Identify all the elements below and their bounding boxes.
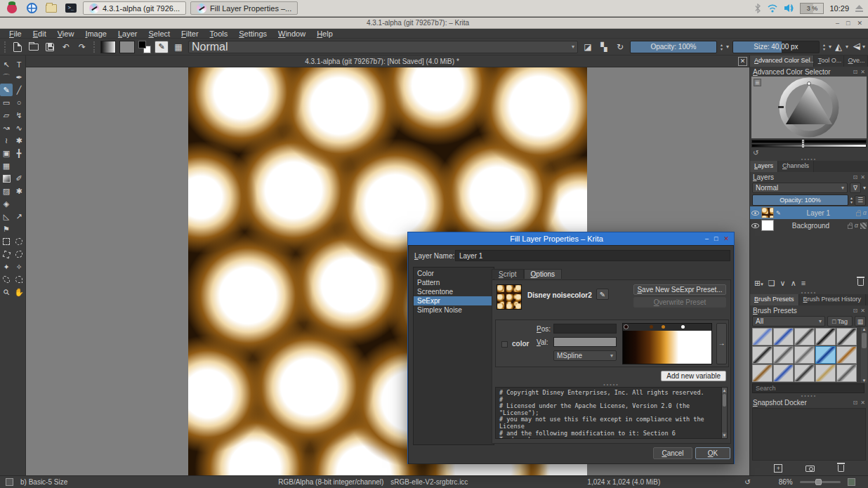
layer-properties-button[interactable]: ☰ <box>855 195 866 206</box>
generator-seexpr[interactable]: SeExpr <box>414 296 494 305</box>
tool-select-shapes[interactable]: ↖ <box>0 58 13 71</box>
close-docker-icon[interactable]: ✕ <box>860 69 865 75</box>
menu-view[interactable]: View <box>53 29 79 38</box>
redo-button[interactable]: ↷ <box>76 41 88 53</box>
layer-opacity-spinner[interactable]: ▴▾ <box>850 196 853 204</box>
tool-similar-color-selection[interactable]: ✦ <box>0 261 13 273</box>
tab-tool-options[interactable]: Tool O... <box>814 55 844 67</box>
size-spinner[interactable]: ▴▾ <box>823 43 825 51</box>
tab-channels[interactable]: Channels <box>778 161 814 172</box>
tool-fill[interactable]: ◈ <box>0 197 13 210</box>
canvas-only-mode-icon[interactable] <box>848 478 855 486</box>
preset-view-mode-button[interactable]: ▥ <box>855 316 866 327</box>
wifi-icon[interactable] <box>767 4 778 13</box>
menu-settings[interactable]: Settings <box>234 29 272 38</box>
tool-reference-images[interactable]: ⚑ <box>0 223 13 235</box>
ok-button[interactable]: OK <box>695 447 730 459</box>
ramp-stop[interactable] <box>681 325 685 329</box>
alpha-lock-icon[interactable]: α <box>855 222 858 229</box>
layer-thumbnail[interactable] <box>761 220 774 231</box>
menu-filter[interactable]: Filter <box>176 29 203 38</box>
scroll-down-icon[interactable]: ▼ <box>862 378 867 383</box>
script-preview[interactable]: # Copyright Disney Enterprises, Inc. All… <box>495 387 723 439</box>
opacity-options-caret[interactable]: ▾ <box>726 44 729 50</box>
tool-ellipse[interactable]: ○ <box>13 96 25 109</box>
move-layer-down-button[interactable]: ∨ <box>780 279 786 288</box>
tool-dynamic-brush[interactable]: ≀ <box>0 134 13 147</box>
delete-layer-button[interactable] <box>857 279 864 287</box>
move-layer-up-button[interactable]: ∧ <box>791 279 796 288</box>
tool-contiguous-selection[interactable]: ✧ <box>13 261 25 273</box>
menu-layer[interactable]: Layer <box>113 29 143 38</box>
brush-preset-thumbnail[interactable] <box>773 328 794 345</box>
preset-filter-dropdown[interactable]: All▾ <box>752 316 825 327</box>
tool-polygon[interactable]: ▱ <box>0 109 13 121</box>
snapshot-list[interactable] <box>752 408 866 461</box>
menu-file[interactable]: File <box>4 29 27 38</box>
tool-text[interactable]: T <box>13 58 25 71</box>
dialog-close-icon[interactable]: ✕ <box>723 235 729 242</box>
zoom-slider[interactable] <box>800 481 841 483</box>
tab-layers[interactable]: Layers <box>750 161 778 172</box>
close-docker-icon[interactable]: ✕ <box>860 400 865 406</box>
menu-tools[interactable]: Tools <box>205 29 233 38</box>
open-document-button[interactable] <box>27 41 40 53</box>
brush-preset-thumbnail[interactable] <box>752 346 772 364</box>
preserve-alpha-button[interactable]: ▚ <box>598 41 610 53</box>
browser-icon[interactable] <box>24 1 39 15</box>
layer-blending-mode-dropdown[interactable]: Normal▾ <box>752 183 848 193</box>
brush-preset-thumbnail-selected[interactable] <box>815 346 836 364</box>
dialog-minimize-icon[interactable]: – <box>705 235 709 242</box>
lightness-strip[interactable] <box>751 144 867 147</box>
brush-preset-thumbnail[interactable] <box>773 364 794 382</box>
alpha-lock-icon[interactable]: α <box>863 209 867 216</box>
inherit-alpha-icon[interactable] <box>860 223 867 229</box>
cancel-button[interactable]: Cancel <box>653 447 692 459</box>
blending-mode-dropdown[interactable]: Normal▾ <box>188 41 578 53</box>
scroll-up-icon[interactable]: ▲ <box>722 388 727 393</box>
size-options-caret[interactable]: ▾ <box>829 44 831 50</box>
close-docker-icon[interactable]: ✕ <box>860 174 865 180</box>
preset-scrollbar[interactable]: ▲ ▼ <box>861 327 867 383</box>
menu-edit[interactable]: Edit <box>28 29 51 38</box>
menu-window[interactable]: Window <box>273 29 310 38</box>
brush-preset-thumbnail[interactable] <box>773 346 794 364</box>
close-icon[interactable]: ✕ <box>857 20 862 27</box>
cpu-monitor[interactable]: 3 % <box>800 3 824 14</box>
preset-search-input[interactable] <box>752 383 864 393</box>
layer-row-layer1[interactable]: ✎ Layer 1 α <box>750 206 868 219</box>
tool-multibrush[interactable]: ✱ <box>13 134 25 147</box>
variable-checkbox[interactable] <box>501 341 508 348</box>
brush-presets-popup-button[interactable]: ▦ <box>172 41 185 53</box>
tool-edit-shapes[interactable]: ⌒ <box>0 71 13 84</box>
layer-properties-icon[interactable]: ≡ <box>801 279 805 287</box>
tool-transform[interactable]: ▣ <box>0 147 13 159</box>
tool-measure[interactable]: ◺ <box>0 210 13 223</box>
foreground-background-colors[interactable] <box>138 41 151 53</box>
bluetooth-icon[interactable] <box>754 4 761 13</box>
scrollbar-thumb[interactable] <box>862 333 867 348</box>
brush-preset-thumbnail[interactable] <box>836 364 857 382</box>
memory-icon[interactable]: ↺ <box>744 478 750 486</box>
script-scrollbar[interactable]: ▲ ▼ <box>721 387 728 439</box>
undo-button[interactable]: ↶ <box>60 41 72 53</box>
generator-simplex-noise[interactable]: Simplex Noise <box>414 305 494 315</box>
float-docker-icon[interactable]: ⊡ <box>853 400 858 406</box>
color-history-icon[interactable]: ↺ <box>753 149 758 157</box>
tool-calligraphy[interactable]: ✒ <box>13 71 25 84</box>
tool-gradient[interactable] <box>0 172 13 185</box>
file-manager-icon[interactable] <box>44 1 59 15</box>
expand-variable-button[interactable]: → <box>716 323 727 364</box>
volume-icon[interactable] <box>784 4 794 13</box>
value-strip[interactable] <box>751 140 867 143</box>
eraser-mode-button[interactable]: ◪ <box>581 41 594 53</box>
image-dimensions[interactable]: 1,024 x 1,024 (4.0 MiB) <box>587 478 660 486</box>
ramp-stop[interactable] <box>650 325 653 329</box>
generator-pattern[interactable]: Pattern <box>414 278 494 287</box>
brush-preset-thumbnail[interactable] <box>815 364 836 382</box>
save-new-preset-button[interactable]: Save New SeExpr Preset... <box>633 284 726 295</box>
brush-preset-thumbnail[interactable] <box>794 346 815 364</box>
color-selector-widget[interactable]: ☰ <box>751 77 867 138</box>
tool-pattern-edit[interactable]: ▨ <box>0 185 13 197</box>
edit-preset-icon[interactable]: ✎ <box>596 289 609 300</box>
